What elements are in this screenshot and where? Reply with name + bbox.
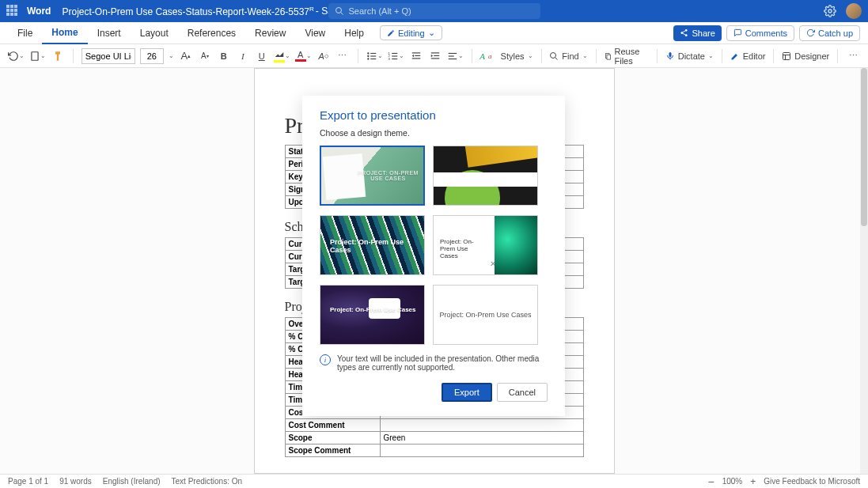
menu-view[interactable]: View [295, 22, 335, 44]
svg-rect-16 [411, 52, 420, 53]
search-placeholder: Search (Alt + Q) [349, 6, 411, 16]
menu-references[interactable]: References [178, 22, 245, 44]
more-font-button[interactable]: ⋯ [335, 48, 350, 64]
italic-button[interactable]: I [236, 48, 250, 64]
svg-rect-9 [370, 58, 376, 59]
app-name: Word [27, 6, 51, 17]
svg-rect-15 [392, 58, 397, 59]
svg-rect-17 [415, 55, 420, 55]
language[interactable]: English (Ireland) [103, 477, 161, 486]
reuse-files-button[interactable]: Reuse Files [605, 47, 649, 66]
svg-point-0 [335, 8, 341, 13]
theme-option-3[interactable]: Project: On-Prem Use Cases [320, 215, 425, 275]
table-row: Cost Comment [285, 419, 583, 432]
mode-editing-dropdown[interactable]: Editing ⌄ [380, 25, 442, 40]
theme-option-2[interactable] [433, 146, 538, 206]
dictate-dropdown[interactable]: Dictate⌄ [665, 51, 714, 61]
font-size-chevron[interactable]: ⌄ [169, 52, 174, 59]
svg-rect-32 [783, 52, 790, 59]
table-row: ScopeGreen [285, 432, 583, 444]
cancel-button[interactable]: Cancel [497, 383, 548, 402]
font-family-dropdown[interactable] [81, 48, 135, 64]
bullet-list-button[interactable]: ⌄ [366, 48, 383, 64]
status-bar: Page 1 of 1 91 words English (Ireland) T… [0, 474, 868, 488]
underline-button[interactable]: U [255, 48, 269, 64]
svg-marker-19 [411, 54, 413, 57]
increase-indent-button[interactable] [428, 48, 442, 64]
settings-gear-icon[interactable] [824, 5, 836, 17]
svg-line-28 [555, 57, 558, 59]
more-ribbon-button[interactable]: ⋯ [846, 48, 860, 64]
dialog-subtitle: Choose a design theme. [320, 128, 548, 138]
theme-option-5[interactable]: Project: On-Prem Use Cases [320, 285, 425, 345]
font-size-dropdown[interactable] [140, 48, 164, 64]
svg-rect-18 [411, 58, 420, 59]
theme-option-6[interactable]: Project: On-Prem Use Cases [433, 285, 538, 345]
menu-insert[interactable]: Insert [88, 22, 131, 44]
theme-option-4[interactable]: Project: On-Prem Use Cases✕ [433, 215, 538, 275]
format-painter-button[interactable] [51, 48, 65, 64]
svg-rect-25 [448, 55, 453, 56]
editor-button[interactable]: Editor [730, 51, 766, 61]
number-list-button[interactable]: 123⌄ [388, 48, 404, 64]
svg-rect-22 [430, 58, 439, 59]
increase-font-button[interactable]: A▴ [179, 48, 193, 64]
vertical-scrollbar[interactable] [860, 68, 868, 474]
catchup-button[interactable]: Catch up [799, 25, 860, 41]
decrease-font-button[interactable]: A▾ [198, 48, 212, 64]
svg-rect-11 [392, 52, 397, 53]
zoom-in-button[interactable]: + [750, 476, 756, 487]
svg-point-2 [828, 9, 832, 13]
svg-marker-23 [430, 54, 432, 57]
decrease-indent-button[interactable] [409, 48, 423, 64]
font-color-button[interactable]: A⌄ [295, 48, 312, 64]
export-to-presentation-dialog: Export to presentation Choose a design t… [302, 96, 565, 416]
svg-line-1 [340, 13, 343, 15]
svg-rect-31 [669, 52, 671, 57]
find-dropdown[interactable]: Find⌄ [549, 51, 587, 61]
user-avatar[interactable] [846, 3, 862, 19]
menu-layout[interactable]: Layout [131, 22, 178, 44]
dialog-info: i Your text will be included in the pres… [320, 354, 548, 372]
menu-bar: File Home Insert Layout References Revie… [0, 22, 868, 44]
highlight-color-button[interactable]: ⌄ [274, 48, 290, 64]
search-input[interactable]: Search (Alt + Q) [328, 3, 540, 19]
text-predictions-status[interactable]: Text Predictions: On [172, 477, 242, 486]
menu-home[interactable]: Home [42, 22, 87, 44]
menu-help[interactable]: Help [335, 22, 373, 44]
info-icon: i [320, 354, 331, 365]
align-button[interactable]: ⌄ [447, 48, 464, 64]
share-button[interactable]: Share [673, 25, 721, 41]
bold-button[interactable]: B [217, 48, 231, 64]
comments-button[interactable]: Comments [726, 25, 794, 41]
document-title[interactable]: Project-On-Prem Use Cases-Status-Report-… [62, 6, 313, 17]
feedback-link[interactable]: Give Feedback to Microsoft [764, 477, 860, 486]
table-row: Scope Comment [285, 444, 583, 457]
svg-rect-21 [434, 55, 439, 55]
menu-file[interactable]: File [8, 22, 42, 44]
page-count[interactable]: Page 1 of 1 [8, 477, 48, 486]
word-count[interactable]: 91 words [59, 477, 92, 486]
styles-dropdown[interactable]: Aa Styles⌄ [479, 51, 533, 61]
app-launcher-icon[interactable] [6, 5, 19, 17]
scrollbar-thumb[interactable] [861, 68, 867, 226]
export-button[interactable]: Export [442, 383, 492, 402]
zoom-level[interactable]: 100% [722, 477, 743, 486]
dialog-info-text: Your text will be included in the presen… [337, 354, 548, 372]
dialog-title: Export to presentation [320, 108, 548, 122]
undo-button[interactable]: ⌄ [8, 48, 25, 64]
svg-rect-24 [448, 52, 457, 53]
paste-button[interactable]: ⌄ [29, 48, 46, 64]
clear-formatting-button[interactable]: A◇ [316, 48, 331, 64]
menu-review[interactable]: Review [245, 22, 295, 44]
svg-rect-5 [370, 52, 376, 53]
svg-point-27 [551, 52, 556, 58]
svg-rect-7 [370, 55, 376, 56]
svg-rect-20 [430, 52, 439, 53]
svg-point-6 [367, 55, 369, 56]
theme-option-1[interactable]: PROJECT: ON-PREM USE CASES [320, 146, 425, 206]
zoom-out-button[interactable]: − [708, 475, 714, 488]
svg-rect-30 [606, 55, 609, 59]
svg-point-8 [367, 58, 369, 59]
designer-button[interactable]: Designer [782, 51, 829, 61]
